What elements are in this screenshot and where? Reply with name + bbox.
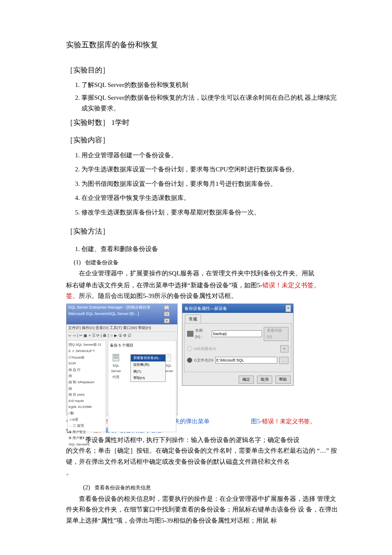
ok-button[interactable]: 确定 — [239, 376, 254, 384]
em-title-bar: SQL Server Enterprise Manager - [控制台根目录\… — [66, 304, 177, 324]
method-list: 创建、查看和删除备份设备 — [66, 244, 341, 255]
em-tree[interactable]: 控Q SQL Server组 21 E :l: JIKHKHUF'T CTiss… — [67, 340, 106, 432]
em-toolbar[interactable]: ⇦ ⇨ | ✂ ▣ × ☰ ⟳ | 🖶 | ☆ ▶ 🛈 ⚙ ☑ — [66, 332, 177, 339]
svg-rect-1 — [114, 355, 118, 356]
ctx-item[interactable]: 按拆爽(和) — [131, 361, 165, 368]
purpose-item: 掌握SQL Server的数据备份和恢复的方法，以便学生可以在课余时间在自己的机… — [81, 92, 341, 114]
tree-node[interactable]: 由 — [69, 386, 105, 392]
radio-file[interactable] — [187, 358, 192, 363]
method-sub-2: (2) 查看各份设备的相关信息 — [83, 483, 341, 493]
help-button[interactable]: 帮助 — [275, 376, 291, 384]
section-hours-heading: ［实验时数］ 1学时 — [66, 117, 341, 129]
close-icon[interactable]: × — [164, 318, 170, 323]
tree-node[interactable]: EOR — [69, 361, 105, 367]
purpose-list: 了解SQL Server的数据备份和恢复机制 掌握SQL Server的数据备份… — [66, 80, 341, 114]
tree-node[interactable]: SQL Server问 — [69, 442, 105, 448]
para: 在企业管理器中，扩展要操作的SQL服务器，在管理文件夹中找到备份文件夹。用鼠 — [66, 268, 341, 279]
tree-node[interactable]: .:l 8!看 — [69, 417, 105, 423]
tree-node[interactable]: ⊞ 用户安主 — [69, 429, 105, 435]
dialog-buttons: 确定 取消 帮助 — [182, 374, 293, 385]
para: 查看备份设备的相关信息时，需要执行的操作是：在企业管理器中扩展服务器，选择 管理… — [66, 494, 341, 526]
view-content-button[interactable]: 查看内容(V) — [264, 327, 288, 341]
para: 标右键单击该文件夹后，在弹出菜单中选择“新建备份设备”项，如图5-错误！未定义书… — [66, 280, 341, 291]
radio-tape[interactable] — [187, 346, 192, 351]
svg-rect-7 — [166, 354, 171, 361]
method-sub-1: (1) 创建备份设备 — [74, 257, 341, 268]
backup-device-dialog: 备份设备属性—新设备 × 常规 名称(N)： 查看内容(V) nnE动器名Hi — [182, 304, 294, 386]
dialog-title-text: 备份设备属性—新设备 — [184, 305, 227, 312]
purpose-item: 了解SQL Server的数据备份和恢复机制 — [81, 80, 341, 91]
server-icon — [112, 353, 120, 362]
browse-button[interactable]: ... — [279, 357, 288, 364]
tree-node[interactable]: E/D tnpdb — [69, 398, 105, 404]
tree-node[interactable]: 控Q SQL Server组 21 — [69, 342, 105, 348]
cancel-button[interactable]: 取消 — [257, 376, 272, 384]
em-pane-title: 备份 5 个项目 — [110, 342, 174, 349]
em-main-pane: 备份 5 个项目 SQL Server代理 — [108, 340, 176, 432]
ctx-new-device[interactable]: 新建备份设各(B)... — [131, 355, 165, 361]
section-purpose-heading: ［实验目的］ — [66, 64, 341, 77]
em-menubar[interactable]: 文件(F) 操作(A) 查看(V) 工具(T) 窗口(W) 帮助(H) — [66, 324, 177, 332]
content-item: 为图书借阅数据库设置一个备份计划，要求每月1号进行数据库备份。 — [81, 179, 341, 190]
dialog-title-bar: 备份设备属性—新设备 × — [182, 304, 293, 313]
ctx-item[interactable]: 帮助(H) — [131, 375, 165, 382]
name-input[interactable] — [212, 330, 262, 337]
content-item: 用企业管理器创建一个备份设备。 — [81, 150, 341, 161]
tree-node[interactable]: ⊞ 用户量Ⅱ — [69, 435, 105, 441]
figures-row: SQL Server Enterprise Manager - [控制台根目录\… — [66, 304, 341, 415]
para-tail: 。 — [66, 467, 341, 478]
name-label: 名称(N)： — [195, 327, 210, 341]
tree-node[interactable]: 由 目 pubs — [69, 392, 105, 398]
para: 季设备属性对话框中, 执行下列操作：输入备份设备的逻辑名字；确定备份设 — [66, 435, 341, 446]
dropdown-icon[interactable]: ▾ — [280, 345, 288, 353]
enterprise-manager-window: SQL Server Enterprise Manager - [控制台根目录\… — [66, 304, 178, 415]
content-list: 用企业管理器创建一个备份设备。 为学生选课数据库设置一个备份计划，要求每当CPU… — [66, 150, 341, 218]
tree-node[interactable]: 由 — [69, 373, 105, 379]
content-item: 在企业管理器中恢复学生选课数据库。 — [81, 193, 341, 204]
error-ref: 错误！未定义书签。 — [262, 282, 320, 289]
tree-node[interactable]: … 三 捉理 — [69, 423, 105, 429]
tree-node[interactable]: i 翻 — [69, 410, 105, 416]
dialog-tab-general[interactable]: 常规 — [185, 315, 201, 323]
tree-node[interactable]: 由 边 行 — [69, 367, 105, 373]
content-item: 为学生选课数据库设置一个备份计划，要求每当CPU空闲时进行数据库备份。 — [81, 164, 341, 175]
disk-icon — [187, 331, 193, 337]
fig-right-num: 图5- — [251, 418, 262, 425]
tape-label: nnE动器名Hi — [194, 346, 216, 352]
dialog-tape-row: nnE动器名Hi ▾ — [187, 345, 288, 353]
section-content-heading: ［实验内容］ — [66, 134, 341, 147]
file-label: G文件名(Hi — [194, 357, 213, 364]
context-menu[interactable]: 新建备份设各(B)... 按拆爽(和) 纲(T) 帮助(H) — [130, 354, 166, 382]
icon-label: SQL Server代理 — [111, 364, 121, 379]
tree-node[interactable]: EgllIL 81;f/2fill8 — [69, 404, 105, 410]
sub-num: (2) — [83, 484, 90, 491]
para: 的文件名；单击［确定］按钮。在确定备份设备的文件名时，需要单击文件名栏最右边的 … — [66, 445, 341, 467]
ctx-item[interactable]: 纲(T) — [131, 368, 165, 375]
close-icon[interactable]: × — [285, 305, 291, 312]
error-ref-cont: 签。 — [66, 292, 79, 299]
dialog-name-row: 名称(N)： 查看内容(V) — [187, 327, 288, 341]
sub-num: (1) — [74, 259, 81, 266]
server-agent-icon[interactable]: SQL Server代理 — [110, 353, 122, 380]
dialog-file-row: G文件名(Hi ... — [187, 357, 288, 364]
para: 签。所示。随后会出现如图5-39所示的备份设备属性对话框。 — [66, 291, 341, 302]
tree-node[interactable]: E :l: JIKHKHUF'T — [69, 348, 105, 354]
em-title-text: SQL Server Enterprise Manager - [控制台根目录\… — [68, 304, 164, 324]
text: 标右键单击该文件夹后，在弹出菜单中选择“新建备份设备”项，如图5- — [66, 282, 262, 289]
tree-node[interactable]: CTissue由 — [69, 355, 105, 361]
tree-node[interactable]: 由 制 'eReplaced — [69, 379, 105, 385]
min-icon[interactable]: _ — [164, 305, 169, 310]
svg-rect-2 — [114, 357, 118, 358]
max-icon[interactable]: □ — [164, 312, 170, 316]
content-item: 修改学生选课数据库备份计划，要求每星期对数据库备份一次。 — [81, 207, 341, 218]
sub-title: 查看各份设备的相关信息 — [95, 485, 151, 491]
text: 所示。随后会出现如图5-39所示的备份设备属性对话框。 — [79, 292, 238, 299]
dialog-column: 备份设备属性—新设备 × 常规 名称(N)： 查看内容(V) nnE动器名Hi — [182, 304, 341, 372]
page: 实验五数据库的备份和恢复 ［实验目的］ 了解SQL Server的数据备份和恢复… — [0, 0, 392, 555]
file-input[interactable] — [215, 357, 278, 364]
section-method-heading: ［实验方法］ — [66, 225, 341, 238]
sub-title: 创建备份设备 — [85, 259, 118, 266]
doc-title: 实验五数据库的备份和恢复 — [66, 38, 341, 52]
fig-right-err: 错误！未定义书签。 — [262, 418, 316, 425]
window-controls: _ □ × — [164, 304, 176, 324]
